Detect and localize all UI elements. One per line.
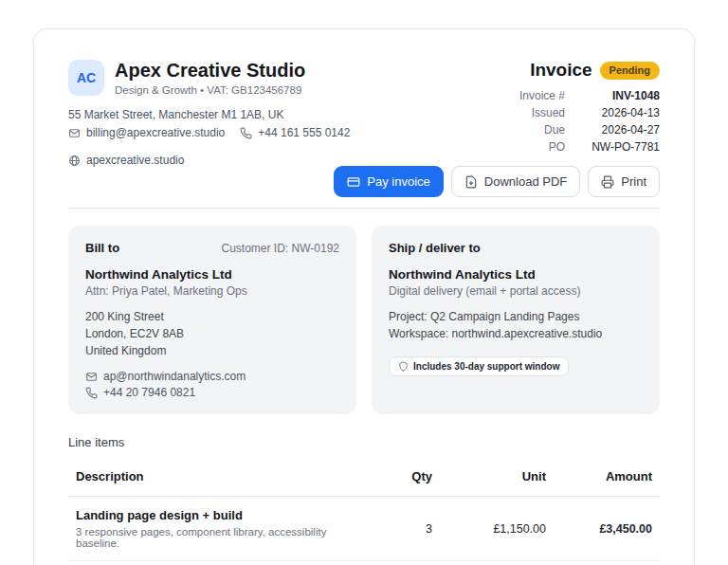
printer-icon: [601, 175, 614, 189]
col-description: Description: [76, 469, 364, 483]
meta-value-invoice-number: INV-1048: [565, 89, 660, 102]
meta-value-issued: 2026-04-13: [565, 106, 660, 119]
col-unit: Unit: [440, 469, 546, 483]
seller-block: AC Apex Creative Studio Design & Growth …: [68, 60, 350, 197]
table-header-row: Description Qty Unit Amount: [68, 460, 660, 497]
seller-phone: +44 161 555 0142: [258, 126, 350, 139]
support-window-badge: Includes 30-day support window: [389, 356, 569, 376]
globe-icon: [68, 155, 81, 167]
ship-to-details: Project: Q2 Campaign Landing Pages Works…: [389, 308, 643, 342]
bill-to-panel: Bill to Customer ID: NW-0192 Northwind A…: [68, 226, 356, 414]
invoice-title: Invoice: [530, 60, 592, 81]
bill-to-phone: +44 20 7946 0821: [103, 386, 195, 399]
customer-id: Customer ID: NW-0192: [222, 242, 339, 255]
print-button[interactable]: Print: [588, 166, 660, 197]
ship-to-workspace: Workspace: northwind.apexcreative.studio: [389, 325, 643, 342]
col-qty: Qty: [372, 469, 432, 483]
bill-to-heading: Bill to: [85, 241, 119, 255]
item-unit: £1,150.00: [440, 522, 546, 536]
shield-icon: [398, 361, 409, 372]
bill-to-company: Northwind Analytics Ltd: [85, 267, 339, 282]
table-row: Copy polish + conversion review CTA hier…: [68, 561, 660, 565]
item-qty: 3: [372, 522, 432, 536]
company-logo: AC: [68, 60, 104, 96]
pay-invoice-button[interactable]: Pay invoice: [334, 166, 443, 197]
bill-to-attn: Attn: Priya Patel, Marketing Ops: [85, 284, 339, 298]
item-description: 3 responsive pages, component library, a…: [76, 526, 364, 549]
table-row: Landing page design + build 3 responsive…: [68, 497, 660, 561]
seller-email: billing@apexcreative.studio: [86, 126, 225, 139]
meta-label-po: PO: [404, 140, 565, 154]
download-pdf-button[interactable]: Download PDF: [451, 166, 580, 197]
item-amount: £3,450.00: [554, 522, 652, 536]
credit-card-icon: [347, 175, 360, 189]
ship-to-panel: Ship / deliver to Northwind Analytics Lt…: [372, 226, 660, 414]
invoice-card: AC Apex Creative Studio Design & Growth …: [33, 28, 695, 565]
meta-value-due: 2026-04-27: [565, 123, 660, 137]
item-title: Landing page design + build: [76, 508, 364, 522]
download-file-icon: [464, 175, 478, 189]
meta-label-due: Due: [404, 123, 565, 137]
line-items-heading: Line items: [68, 435, 660, 449]
status-badge: Pending: [600, 62, 660, 80]
phone-icon: [240, 127, 252, 139]
meta-value-po: NW-PO-7781: [565, 140, 660, 154]
seller-website: apexcreative.studio: [86, 154, 184, 167]
ship-to-project: Project: Q2 Campaign Landing Pages: [389, 308, 643, 325]
seller-address: 55 Market Street, Manchester M1 1AB, UK: [68, 108, 350, 121]
company-tagline: Design & Growth • VAT: GB123456789: [115, 84, 305, 96]
envelope-icon: [68, 127, 81, 139]
ship-to-heading: Ship / deliver to: [389, 241, 481, 255]
company-name: Apex Creative Studio: [115, 60, 305, 82]
header-divider: [68, 208, 660, 209]
phone-icon: [85, 387, 98, 399]
ship-to-method: Digital delivery (email + portal access): [389, 284, 643, 298]
envelope-icon: [85, 371, 98, 383]
col-amount: Amount: [554, 469, 652, 483]
invoice-header: AC Apex Creative Studio Design & Growth …: [68, 60, 660, 197]
ship-to-company: Northwind Analytics Ltd: [389, 267, 643, 282]
bill-to-address: 200 King Street London, EC2V 8AB United …: [85, 308, 339, 359]
bill-to-email: ap@northwindanalytics.com: [103, 370, 246, 383]
line-items-table: Description Qty Unit Amount Landing page…: [68, 460, 660, 565]
invoice-meta-block: Invoice Pending Invoice # INV-1048 Issue…: [404, 60, 660, 197]
meta-label-issued: Issued: [404, 106, 565, 119]
meta-label-invoice-number: Invoice #: [404, 89, 565, 102]
